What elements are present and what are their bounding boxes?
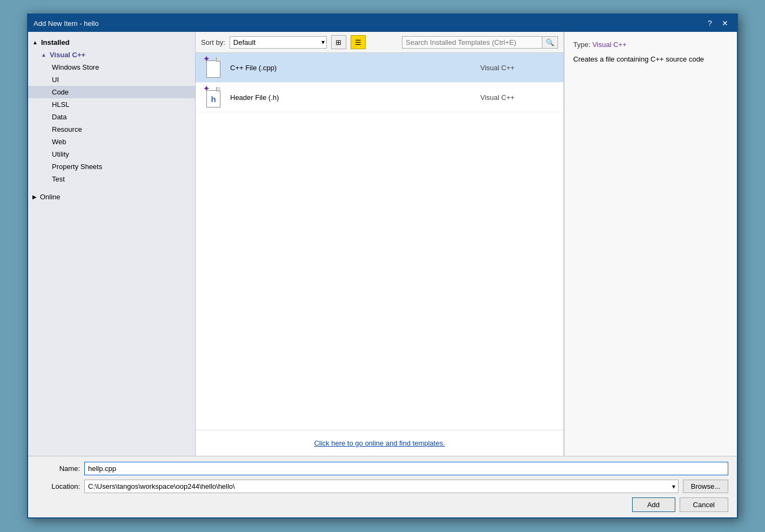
name-row: Name: bbox=[37, 462, 728, 475]
search-button[interactable]: 🔍 bbox=[542, 36, 558, 49]
name-label: Name: bbox=[37, 464, 80, 473]
cpp-template-type: Visual C++ bbox=[480, 64, 556, 72]
installed-section: ▲ Installed ▲ Visual C++ Windows Store U… bbox=[28, 36, 195, 185]
search-bar: 🔍 bbox=[402, 36, 558, 49]
title-bar-controls: ? ✕ bbox=[703, 18, 732, 29]
cancel-button[interactable]: Cancel bbox=[680, 497, 728, 512]
h-template-type: Visual C++ bbox=[480, 93, 556, 102]
sidebar-item-web[interactable]: Web bbox=[28, 136, 195, 148]
sort-select-wrapper: Default Name Type bbox=[230, 36, 327, 49]
name-input[interactable] bbox=[84, 462, 728, 475]
h-file-icon: ✦ h bbox=[203, 87, 224, 107]
template-item-cpp[interactable]: ✦ C++ File (.cpp) Visual C++ bbox=[196, 53, 563, 83]
sidebar: ▲ Installed ▲ Visual C++ Windows Store U… bbox=[28, 32, 196, 456]
sidebar-item-visual-cpp[interactable]: ▲ Visual C++ bbox=[28, 49, 195, 61]
expand-arrow-vcpp: ▲ bbox=[41, 52, 46, 58]
sidebar-item-test[interactable]: Test bbox=[28, 173, 195, 185]
location-select-wrapper: C:\Users\tangos\workspace\oop244\hello\h… bbox=[84, 480, 679, 493]
add-button[interactable]: Add bbox=[632, 497, 675, 512]
expand-arrow-online: ▶ bbox=[32, 194, 37, 200]
info-type-row: Type: Visual C++ bbox=[573, 41, 728, 49]
type-label: Type: bbox=[573, 41, 590, 49]
go-online-link[interactable]: Click here to go online and find templat… bbox=[314, 439, 445, 447]
h-template-name: Header File (.h) bbox=[230, 93, 474, 102]
sidebar-item-utility[interactable]: Utility bbox=[28, 148, 195, 160]
expand-arrow-installed: ▲ bbox=[32, 39, 38, 45]
sidebar-item-ui[interactable]: UI bbox=[28, 73, 195, 86]
close-button[interactable]: ✕ bbox=[719, 18, 732, 29]
add-new-item-dialog: Add New Item - hello ? ✕ ▲ Installed ▲ V… bbox=[27, 14, 738, 518]
cpp-file-body bbox=[206, 60, 220, 78]
online-label: Online bbox=[40, 193, 61, 201]
sidebar-item-code[interactable]: Code bbox=[28, 86, 195, 98]
visual-cpp-label: Visual C++ bbox=[50, 51, 85, 59]
info-panel: Type: Visual C++ Creates a file containi… bbox=[564, 32, 737, 456]
type-value: Visual C++ bbox=[592, 41, 626, 49]
list-view-button[interactable]: ☰ bbox=[351, 35, 366, 49]
sidebar-item-online[interactable]: ▶ Online bbox=[28, 191, 195, 203]
location-row: Location: C:\Users\tangos\workspace\oop2… bbox=[37, 480, 728, 493]
title-bar: Add New Item - hello ? ✕ bbox=[28, 15, 737, 32]
template-item-h[interactable]: ✦ h Header File (.h) Visual C++ bbox=[196, 83, 563, 112]
sidebar-item-hlsl[interactable]: HLSL bbox=[28, 98, 195, 111]
location-label: Location: bbox=[37, 482, 80, 490]
browse-button[interactable]: Browse... bbox=[683, 480, 728, 493]
search-input[interactable] bbox=[402, 36, 542, 49]
dialog-title: Add New Item - hello bbox=[33, 19, 99, 28]
cpp-file-corner bbox=[216, 57, 220, 62]
template-list: ✦ C++ File (.cpp) Visual C++ ✦ h bbox=[196, 53, 563, 430]
main-content: Sort by: Default Name Type ⊞ ☰ 🔍 bbox=[196, 32, 564, 456]
installed-label: Installed bbox=[41, 38, 70, 46]
sort-by-label: Sort by: bbox=[201, 38, 225, 46]
sidebar-item-windows-store[interactable]: Windows Store bbox=[28, 61, 195, 73]
cpp-file-icon: ✦ bbox=[203, 57, 224, 78]
sort-select[interactable]: Default Name Type bbox=[230, 36, 327, 49]
sidebar-item-installed[interactable]: ▲ Installed bbox=[28, 36, 195, 49]
cpp-template-name: C++ File (.cpp) bbox=[230, 64, 474, 72]
sidebar-item-resource[interactable]: Resource bbox=[28, 123, 195, 136]
sidebar-item-data[interactable]: Data bbox=[28, 111, 195, 123]
location-select[interactable]: C:\Users\tangos\workspace\oop244\hello\h… bbox=[84, 480, 679, 493]
bottom-bar: Name: Location: C:\Users\tangos\workspac… bbox=[28, 456, 737, 517]
help-button[interactable]: ? bbox=[703, 18, 716, 29]
info-description: Creates a file containing C++ source cod… bbox=[573, 54, 728, 65]
h-file-corner bbox=[216, 87, 220, 91]
dialog-buttons: Add Cancel bbox=[37, 497, 728, 512]
h-file-body: h bbox=[206, 90, 220, 107]
sidebar-item-property-sheets[interactable]: Property Sheets bbox=[28, 160, 195, 173]
toolbar: Sort by: Default Name Type ⊞ ☰ 🔍 bbox=[196, 32, 563, 53]
dialog-body: ▲ Installed ▲ Visual C++ Windows Store U… bbox=[28, 32, 737, 456]
go-online-section: Click here to go online and find templat… bbox=[196, 430, 563, 456]
grid-view-button[interactable]: ⊞ bbox=[331, 35, 346, 49]
